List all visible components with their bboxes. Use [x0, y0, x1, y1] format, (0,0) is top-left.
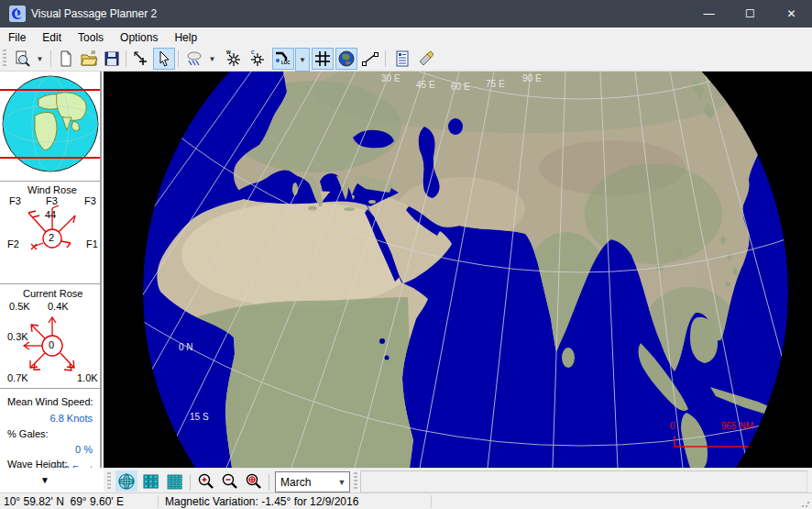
magnetic-variation-readout: Magnetic Variation: -1.45° for 12/9/2016 [165, 495, 358, 508]
weather-overlay-button[interactable] [183, 48, 205, 70]
wind-rose-glyph: W [226, 50, 231, 55]
gales-label: % Gales: [7, 428, 49, 439]
report-icon [393, 50, 411, 68]
globe-projection-button[interactable] [115, 470, 137, 492]
wand-icon [417, 50, 435, 68]
main-toolbar: ▼ [0, 47, 812, 72]
sidebar: Wind Rose F3 F3 F3 44 F2 F1 2 Current [0, 72, 102, 492]
dense-grid-view-button[interactable] [164, 470, 186, 492]
month-select[interactable]: March ▼ [275, 471, 350, 492]
measure-distance-button[interactable] [130, 48, 152, 70]
new-file-icon [57, 50, 75, 68]
statistics-panel: Mean Wind Speed: 6.8 Knots % Gales: 0 % … [0, 388, 100, 469]
mean-wind-speed-value: 6.8 Knots [50, 413, 93, 424]
zoom-out-icon [221, 472, 239, 491]
globe-view-button[interactable] [335, 48, 357, 70]
options-wand-button[interactable] [415, 48, 437, 70]
app-logo-icon [9, 6, 26, 22]
print-preview-dropdown[interactable]: ▼ [34, 48, 46, 70]
scroll-down-icon[interactable]: ▼ [40, 475, 49, 485]
maximize-button[interactable]: ☐ [730, 0, 771, 28]
weather-dropdown[interactable]: ▼ [206, 48, 218, 70]
zoom-out-button[interactable] [219, 470, 241, 492]
meridian-label-75e: 75 E [486, 79, 505, 89]
scale-distance-label: 965 NM [721, 421, 753, 431]
current-rose-panel: Current Rose 0.5K 0.4K 0.3K 0.7K 1.0K 0 [0, 283, 100, 389]
globe-icon [337, 50, 356, 68]
menu-edit[interactable]: Edit [34, 28, 70, 47]
globe-map-view[interactable]: 30 E 45 E 60 E 75 E 90 E 0 N 15 S 0 965 … [104, 72, 812, 468]
mean-wind-speed-label: Mean Wind Speed: [7, 396, 93, 407]
map-toolbar-grip[interactable] [107, 472, 111, 491]
current-rose-toggle-button[interactable]: C [247, 48, 269, 70]
meridian-label-30e: 30 E [381, 73, 401, 83]
menu-file[interactable]: File [0, 28, 34, 47]
meridian-label-45e: 45 E [416, 80, 435, 90]
cursor-arrow-icon [155, 50, 173, 68]
application-window: Visual Passage Planner 2 — ☐ ✕ File Edit… [0, 0, 812, 509]
grid-icon [313, 50, 332, 68]
save-button[interactable] [101, 48, 123, 70]
grid-view-icon [142, 472, 160, 491]
wireframe-globe-icon [117, 472, 136, 491]
wind-rose-center-value: 2 [49, 232, 54, 243]
save-icon [103, 50, 121, 68]
title-bar: Visual Passage Planner 2 — ☐ ✕ [0, 0, 812, 28]
wind-rose-toggle-button[interactable]: W [223, 48, 245, 70]
route-leg-button[interactable] [359, 48, 381, 70]
chevron-down-icon: ▼ [335, 478, 349, 487]
loc-glyph: LOC [281, 61, 291, 65]
parallel-label-0n: 0 N [179, 342, 193, 352]
print-preview-button[interactable] [11, 48, 33, 70]
current-rose-glyph: C [251, 50, 255, 55]
menu-tools[interactable]: Tools [70, 28, 112, 47]
month-selected-value: March [276, 476, 335, 489]
zoom-extents-button[interactable] [243, 470, 265, 492]
cursor-position-readout: 10° 59.82' N 69° 9.60' E [4, 495, 124, 508]
loc-display-button[interactable]: LOC [272, 48, 294, 70]
meridian-label-60e: 60 E [451, 82, 470, 92]
loc-flag-icon [274, 50, 292, 68]
current-rose-center-value: 0 [49, 339, 54, 350]
passage-report-button[interactable] [391, 48, 413, 70]
wind-rose-panel: Wind Rose F3 F3 F3 44 F2 F1 2 [0, 181, 100, 284]
menu-help[interactable]: Help [166, 28, 205, 47]
weather-rain-icon [185, 50, 203, 68]
globe-rendering [104, 72, 812, 468]
toolbar-spacer [360, 470, 807, 492]
scale-origin-label: 0 [670, 421, 675, 431]
window-resize-grip[interactable] [801, 499, 810, 508]
loc-dropdown[interactable]: ▼ [295, 48, 310, 72]
map-toolbar-grip-2[interactable] [354, 472, 357, 491]
menu-bar: File Edit Tools Options Help [0, 28, 812, 47]
open-file-button[interactable] [78, 48, 100, 70]
dense-grid-view-icon [166, 472, 184, 491]
gales-value: 0 % [75, 444, 93, 455]
print-preview-icon [13, 50, 31, 68]
route-line-icon [361, 50, 379, 68]
zoom-in-button[interactable] [195, 470, 217, 492]
zoom-extents-icon [245, 472, 263, 491]
new-file-button[interactable] [55, 48, 77, 70]
current-rose-glyph-graphic [0, 284, 100, 389]
overview-globe [0, 72, 100, 181]
toolbar-grip[interactable] [3, 50, 6, 68]
menu-options[interactable]: Options [112, 28, 166, 47]
zoom-in-icon [197, 472, 215, 491]
meridian-label-90e: 90 E [522, 73, 542, 83]
parallel-label-15s: 15 S [190, 412, 209, 422]
overview-globe-panel[interactable] [0, 72, 100, 181]
status-bar: 10° 59.82' N 69° 9.60' E Magnetic Variat… [0, 492, 812, 509]
close-button[interactable]: ✕ [771, 0, 812, 28]
minimize-button[interactable]: — [688, 0, 730, 28]
grid-toggle-button[interactable] [312, 48, 334, 70]
sidebar-scroll-row: ▼ [0, 468, 104, 492]
measure-icon [132, 50, 150, 68]
open-folder-icon [80, 50, 98, 68]
flat-grid-view-button[interactable] [140, 470, 162, 492]
select-cursor-button[interactable] [153, 48, 175, 70]
map-toolbar: March ▼ [104, 468, 812, 493]
window-title: Visual Passage Planner 2 [31, 7, 157, 20]
